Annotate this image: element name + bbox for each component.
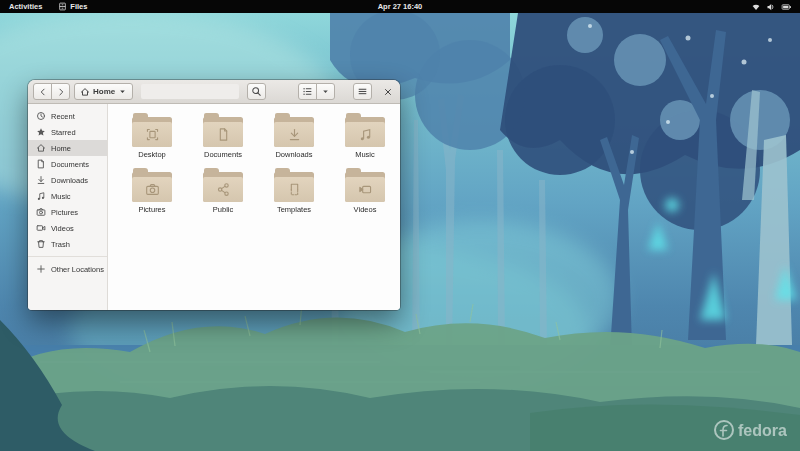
sidebar-item-label: Home — [51, 144, 71, 153]
view-toggle-group — [298, 83, 335, 100]
desktop: fedora Activities Files Apr 27 16:40 — [0, 0, 800, 451]
sidebar-item-label: Music — [51, 192, 71, 201]
sidebar-item-starred[interactable]: Starred — [28, 124, 107, 140]
emblem-download-icon — [287, 127, 302, 142]
file-view[interactable]: DesktopDocumentsDownloadsMusicPicturesPu… — [108, 104, 400, 310]
app-menu-label: Files — [70, 2, 87, 11]
sidebar-item-label: Downloads — [51, 176, 88, 185]
folder-label: Documents — [204, 150, 242, 159]
caret-down-icon — [118, 87, 127, 96]
location-button[interactable]: Home — [74, 83, 133, 100]
folder-downloads[interactable]: Downloads — [261, 111, 327, 163]
files-app-icon — [58, 2, 67, 11]
clock-button[interactable]: Apr 27 16:40 — [0, 2, 800, 11]
folder-videos[interactable]: Videos — [332, 166, 398, 218]
close-icon — [383, 87, 393, 97]
sidebar-item-label: Documents — [51, 160, 89, 169]
files-headerbar: Home — [28, 80, 400, 104]
fedora-watermark-text: fedora — [738, 422, 787, 439]
folder-label: Desktop — [138, 150, 166, 159]
app-menu-button[interactable]: Files — [58, 2, 87, 11]
back-button[interactable] — [33, 83, 52, 100]
sidebar-separator — [28, 256, 107, 257]
files-window: Home — [28, 80, 400, 310]
videos-icon — [36, 223, 46, 233]
forward-button[interactable] — [51, 83, 70, 100]
sidebar-item-label: Trash — [51, 240, 70, 249]
folder-documents[interactable]: Documents — [190, 111, 256, 163]
folder-public[interactable]: Public — [190, 166, 256, 218]
sidebar-item-videos[interactable]: Videos — [28, 220, 107, 236]
search-button[interactable] — [247, 83, 266, 100]
folder-icon — [203, 172, 243, 202]
folder-icon — [132, 172, 172, 202]
emblem-template-icon — [287, 182, 302, 197]
folder-grid: DesktopDocumentsDownloadsMusicPicturesPu… — [108, 104, 400, 218]
wifi-icon — [751, 2, 761, 12]
folder-icon — [274, 172, 314, 202]
pathbar-strip — [141, 84, 239, 99]
emblem-document-icon — [216, 127, 231, 142]
folder-label: Videos — [354, 205, 377, 214]
sidebar-item-label: Videos — [51, 224, 74, 233]
sidebar-item-label: Recent — [51, 112, 75, 121]
caret-down-icon — [321, 87, 330, 96]
sidebar-item-music[interactable]: Music — [28, 188, 107, 204]
folder-music[interactable]: Music — [332, 111, 398, 163]
sidebar-item-downloads[interactable]: Downloads — [28, 172, 107, 188]
home-icon — [80, 87, 90, 97]
folder-label: Downloads — [275, 150, 312, 159]
downloads-icon — [36, 175, 46, 185]
sidebar-item-pictures[interactable]: Pictures — [28, 204, 107, 220]
system-status-area[interactable] — [751, 0, 792, 13]
folder-label: Templates — [277, 205, 311, 214]
folder-desktop[interactable]: Desktop — [119, 111, 185, 163]
menu-icon — [357, 86, 368, 97]
folder-icon — [203, 117, 243, 147]
history-buttons — [33, 83, 70, 100]
location-label: Home — [93, 87, 115, 96]
view-list-button[interactable] — [298, 83, 317, 100]
folder-label: Public — [213, 205, 233, 214]
close-button[interactable] — [380, 83, 395, 100]
gnome-top-bar: Activities Files Apr 27 16:40 — [0, 0, 800, 13]
music-icon — [36, 191, 46, 201]
folder-pictures[interactable]: Pictures — [119, 166, 185, 218]
view-options-button[interactable] — [316, 83, 335, 100]
emblem-video-icon — [358, 182, 373, 197]
sidebar-item-other-locations[interactable]: Other Locations — [28, 261, 107, 277]
sidebar-item-documents[interactable]: Documents — [28, 156, 107, 172]
sidebar-item-label: Other Locations — [51, 265, 104, 274]
emblem-music-icon — [358, 127, 373, 142]
sidebar-item-trash[interactable]: Trash — [28, 236, 107, 252]
forward-icon — [56, 87, 66, 97]
activities-button[interactable]: Activities — [9, 2, 42, 11]
window-body: RecentStarredHomeDocumentsDownloadsMusic… — [28, 104, 400, 310]
emblem-camera-icon — [145, 182, 160, 197]
menu-button[interactable] — [353, 83, 372, 100]
folder-icon — [132, 117, 172, 147]
trash-icon — [36, 239, 46, 249]
folder-icon — [345, 172, 385, 202]
folder-templates[interactable]: Templates — [261, 166, 327, 218]
places-sidebar: RecentStarredHomeDocumentsDownloadsMusic… — [28, 104, 108, 310]
sidebar-item-label: Pictures — [51, 208, 78, 217]
volume-icon — [766, 2, 776, 12]
sidebar-item-home[interactable]: Home — [28, 140, 107, 156]
documents-icon — [36, 159, 46, 169]
pictures-icon — [36, 207, 46, 217]
folder-label: Music — [355, 150, 375, 159]
recent-icon — [36, 111, 46, 121]
emblem-desktop-icon — [145, 127, 160, 142]
home-icon — [36, 143, 46, 153]
folder-icon — [345, 117, 385, 147]
emblem-share-icon — [216, 182, 231, 197]
back-icon — [38, 87, 48, 97]
plus-icon — [36, 264, 46, 274]
search-icon — [251, 86, 262, 97]
sidebar-item-recent[interactable]: Recent — [28, 108, 107, 124]
sidebar-list: RecentStarredHomeDocumentsDownloadsMusic… — [28, 108, 107, 252]
sidebar-item-label: Starred — [51, 128, 76, 137]
folder-label: Pictures — [138, 205, 165, 214]
list-view-icon — [302, 86, 313, 97]
